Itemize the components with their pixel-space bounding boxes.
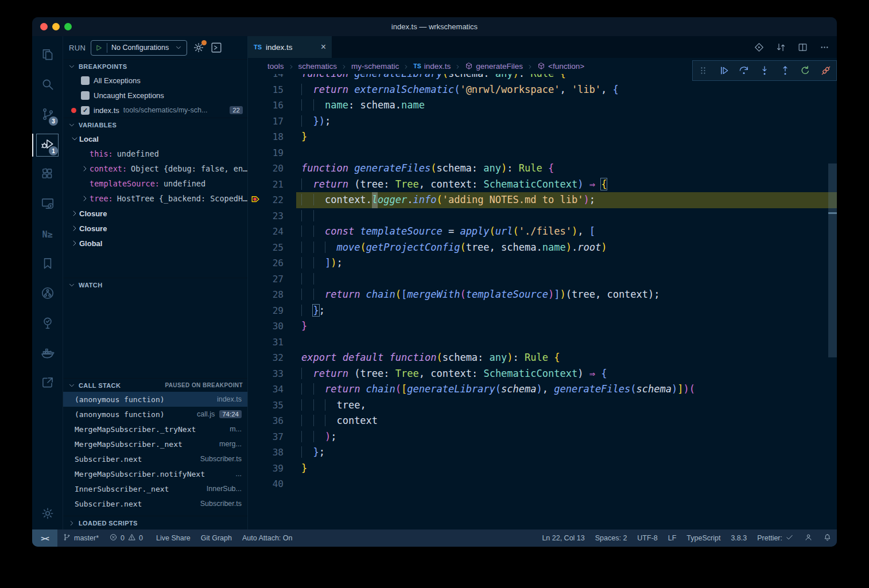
variable-row[interactable]: Closure (63, 221, 247, 236)
launch-configuration-dropdown[interactable]: No Configurations (91, 40, 187, 56)
activity-item-gitlens[interactable] (32, 279, 63, 309)
call-stack-frame[interactable]: (anonymous function)index.ts (63, 392, 247, 407)
glyph-margin[interactable] (248, 350, 263, 366)
glyph-margin[interactable] (248, 476, 263, 492)
remote-indicator[interactable]: >< (32, 529, 57, 547)
auto-attach-status[interactable]: Auto Attach: On (237, 529, 298, 547)
breakpoint-row[interactable]: ✓index.tstools/schematics/my-sch...22 (63, 103, 247, 118)
problems-status[interactable]: 0 0 (104, 529, 148, 547)
open-debug-console-button[interactable] (210, 41, 223, 54)
glyph-margin[interactable] (248, 129, 263, 145)
glyph-margin[interactable] (248, 82, 263, 98)
call-stack-frame[interactable]: (anonymous function)call.js74:24 (63, 407, 247, 422)
call-stack-frame[interactable]: MergeMapSubscriber._tryNextm... (63, 422, 247, 437)
call-stack-header[interactable]: CALL STACK PAUSED ON BREAKPOINT (63, 378, 247, 392)
activity-item-manage[interactable] (32, 500, 63, 529)
code-line[interactable]: 39} (248, 461, 837, 477)
glyph-margin[interactable] (248, 287, 263, 303)
start-debug-icon[interactable] (95, 44, 103, 52)
variable-row[interactable]: Global (63, 236, 247, 251)
variable-row[interactable]: context:Object {debug: false, en… (63, 161, 247, 176)
indentation-status[interactable]: Spaces: 2 (590, 529, 633, 547)
glyph-margin[interactable] (248, 177, 263, 193)
glyph-margin[interactable] (248, 98, 263, 114)
git-graph-status[interactable]: Git Graph (196, 529, 237, 547)
glyph-margin[interactable] (248, 445, 263, 461)
code-line[interactable]: 21 return (tree: Tree, context: Schemati… (248, 177, 837, 193)
activity-item-search[interactable] (32, 71, 63, 100)
activity-item-testing[interactable] (32, 309, 63, 339)
code-line[interactable]: 17 }); (248, 114, 837, 130)
breakpoint-checkbox[interactable] (81, 91, 90, 100)
minimize-window-button[interactable] (52, 23, 60, 30)
close-window-button[interactable] (40, 23, 48, 30)
code-line[interactable]: 40 (248, 476, 837, 492)
glyph-margin[interactable] (248, 303, 263, 319)
feedback-button[interactable] (799, 529, 818, 547)
more-button[interactable] (819, 42, 830, 53)
zoom-window-button[interactable] (64, 23, 72, 30)
code-line[interactable]: 31 (248, 334, 837, 351)
glyph-margin[interactable] (248, 366, 263, 382)
code-line[interactable]: 36 context (248, 413, 837, 429)
variables-header[interactable]: VARIABLES (63, 118, 247, 131)
breakpoint-checkbox[interactable] (81, 76, 90, 85)
watch-header[interactable]: WATCH (63, 278, 247, 291)
breakpoint-checkbox[interactable]: ✓ (81, 106, 90, 115)
step-into-button[interactable] (757, 63, 773, 79)
activity-item-remote-explorer[interactable] (32, 190, 63, 220)
glyph-margin[interactable] (248, 114, 263, 130)
breadcrumb-item[interactable]: my-schematic (351, 62, 399, 71)
code-line[interactable]: 15 return externalSchematic('@nrwl/works… (248, 82, 837, 98)
activity-item-source-control[interactable]: 3 (32, 100, 63, 130)
loaded-scripts-header[interactable]: LOADED SCRIPTS (63, 516, 247, 529)
step-over-button[interactable] (736, 63, 752, 79)
call-stack-frame[interactable]: MergeMapSubscriber.notifyNext... (63, 466, 247, 481)
activity-item-docker[interactable] (32, 339, 63, 369)
call-stack-frame[interactable]: Subscriber.nextSubscriber.ts (63, 451, 247, 466)
glyph-margin[interactable] (248, 271, 263, 287)
code-editor[interactable]: 14function generateLibrary(schema: any):… (248, 74, 837, 529)
glyph-margin[interactable] (248, 318, 263, 334)
debug-current-line-icon[interactable] (248, 192, 263, 208)
tab-index-ts[interactable]: TS index.ts × (248, 36, 332, 58)
code-line[interactable]: 27 (248, 271, 837, 287)
glyph-margin[interactable] (248, 255, 263, 271)
code-line[interactable]: 26 ]); (248, 255, 837, 271)
glyph-margin[interactable] (248, 208, 263, 224)
code-line[interactable]: 32export default function(schema: any): … (248, 350, 837, 366)
open-changes-button[interactable] (754, 42, 765, 53)
code-line[interactable]: 28 return chain([mergeWith(templateSourc… (248, 287, 837, 303)
code-line[interactable]: 20function generateFiles(schema: any): R… (248, 161, 837, 177)
activity-item-files[interactable] (32, 41, 63, 71)
breakpoint-row[interactable]: Uncaught Exceptions (63, 88, 247, 103)
call-stack-frame[interactable]: MergeMapSubscriber._nextmerg... (63, 437, 247, 451)
breakpoint-row[interactable]: All Exceptions (63, 73, 247, 88)
close-tab-icon[interactable]: × (321, 42, 326, 52)
variable-row[interactable]: Closure (63, 206, 247, 221)
code-line[interactable]: 38 }; (248, 445, 837, 461)
glyph-margin[interactable] (248, 381, 263, 398)
variable-row[interactable]: Local (63, 131, 247, 146)
continue-button[interactable] (716, 63, 732, 79)
glyph-margin[interactable] (248, 224, 263, 240)
call-stack-frame[interactable]: Subscriber.nextSubscriber.ts (63, 496, 247, 511)
encoding-status[interactable]: UTF-8 (632, 529, 662, 547)
typescript-version-status[interactable]: 3.8.3 (726, 529, 752, 547)
vertical-scrollbar[interactable] (828, 163, 837, 357)
sync-button[interactable] (775, 42, 786, 53)
breakpoints-header[interactable]: BREAKPOINTS (63, 59, 247, 73)
code-line[interactable]: 33 return (tree: Tree, context: Schemati… (248, 366, 837, 382)
breadcrumb-item[interactable]: tools (267, 62, 284, 71)
notifications-button[interactable] (818, 529, 837, 547)
code-line[interactable]: 22 context.logger.info('adding NOTES.md … (248, 192, 837, 208)
activity-item-debug[interactable]: 1 (32, 130, 63, 160)
git-branch-status[interactable]: master* (57, 529, 104, 547)
restart-button[interactable] (797, 63, 813, 79)
variable-row[interactable]: tree:HostTree {_backend: ScopedH… (63, 191, 247, 206)
code-line[interactable]: 24 const templateSource = apply(url('./f… (248, 224, 837, 240)
code-line[interactable]: 19 (248, 145, 837, 161)
step-out-button[interactable] (777, 63, 793, 79)
eol-status[interactable]: LF (663, 529, 682, 547)
cursor-position-status[interactable]: Ln 22, Col 13 (537, 529, 589, 547)
